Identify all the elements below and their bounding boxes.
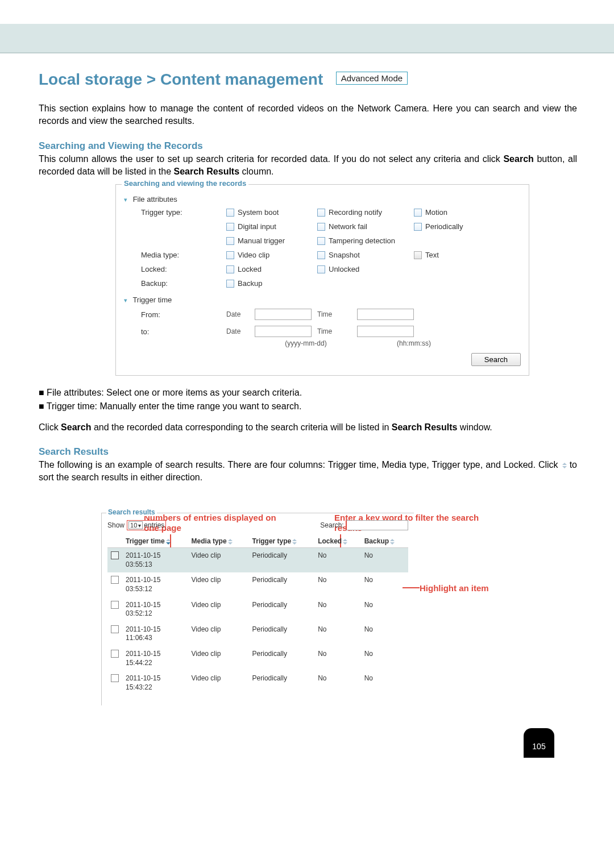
cell-trigger-type: Periodically bbox=[249, 646, 315, 671]
bullet-trigger-time: Trigger time: Manually enter the time ra… bbox=[47, 401, 302, 411]
table-row[interactable]: 2011-10-1503:55:13Video clipPeriodically… bbox=[107, 548, 408, 573]
sort-icon bbox=[228, 539, 233, 545]
backup-label: Backup: bbox=[141, 279, 226, 288]
checkbox-network-fail[interactable]: Network fail bbox=[317, 222, 414, 231]
time-format-hint: (hh:mm:ss) bbox=[357, 339, 471, 347]
sort-desc-icon bbox=[166, 539, 171, 545]
cell-locked: No bbox=[314, 572, 361, 597]
checkbox-periodically[interactable]: Periodically bbox=[414, 222, 499, 231]
locked-label: Locked: bbox=[141, 265, 226, 273]
search-button[interactable]: Search bbox=[471, 353, 521, 366]
sort-icon bbox=[343, 539, 347, 545]
to-time-input[interactable] bbox=[357, 326, 414, 337]
media-type-label: Media type: bbox=[141, 251, 226, 259]
row-checkbox[interactable] bbox=[111, 650, 119, 658]
checkbox-snapshot[interactable]: Snapshot bbox=[317, 251, 414, 259]
entries-select[interactable]: 10 ▾ bbox=[128, 521, 143, 529]
dropdown-icon: ▾ bbox=[138, 522, 141, 529]
checkbox-recording-notify[interactable]: Recording notify bbox=[317, 208, 414, 217]
trigger-time-label-hdr: Trigger time bbox=[132, 296, 172, 304]
time-label: Time bbox=[317, 327, 357, 335]
checkbox-digital-input[interactable]: Digital input bbox=[226, 222, 317, 231]
table-row[interactable]: 2011-10-1511:06:43Video clipPeriodically… bbox=[107, 622, 408, 646]
page-title: Local storage > Content management bbox=[39, 70, 323, 89]
chevron-down-icon: ▾ bbox=[124, 297, 127, 304]
cell-locked: No bbox=[314, 548, 361, 573]
cell-trigger-time: 2011-10-1511:06:43 bbox=[122, 622, 188, 646]
cell-media-type: Video clip bbox=[188, 671, 249, 695]
cell-locked: No bbox=[314, 646, 361, 671]
checkbox-text[interactable]: Text bbox=[414, 251, 499, 259]
to-label: to: bbox=[141, 327, 226, 336]
cell-trigger-type: Periodically bbox=[249, 671, 315, 695]
cell-trigger-time: 2011-10-1503:52:12 bbox=[122, 597, 188, 622]
date-label: Date bbox=[226, 327, 255, 335]
cell-trigger-time: 2011-10-1503:53:12 bbox=[122, 572, 188, 597]
checkbox-unlocked[interactable]: Unlocked bbox=[317, 265, 414, 273]
intro-text: This section explains how to manage the … bbox=[39, 102, 577, 127]
cell-backup: No bbox=[361, 622, 408, 646]
checkbox-system-boot[interactable]: System boot bbox=[226, 208, 317, 217]
col-trigger-time[interactable]: Trigger time bbox=[122, 535, 188, 548]
after-search-text: Click Search and the recorded data corre… bbox=[39, 421, 577, 434]
table-row[interactable]: 2011-10-1503:52:12Video clipPeriodically… bbox=[107, 597, 408, 622]
search-criteria-panel: Searching and viewing the records ▾ File… bbox=[115, 184, 529, 376]
search-filter-input[interactable] bbox=[346, 520, 408, 530]
col-locked[interactable]: Locked bbox=[314, 535, 361, 548]
trigger-type-label: Trigger type: bbox=[141, 208, 226, 217]
bullet-list: ■ File attributes: Select one or more it… bbox=[39, 386, 577, 413]
file-attributes-label: File attributes bbox=[133, 195, 177, 203]
cell-trigger-type: Periodically bbox=[249, 622, 315, 646]
checkbox-manual-trigger[interactable]: Manual trigger bbox=[226, 236, 317, 245]
col-media-type[interactable]: Media type bbox=[188, 535, 249, 548]
searching-section-desc: This column allows the user to set up se… bbox=[39, 153, 577, 177]
trigger-time-group[interactable]: ▾ Trigger time bbox=[124, 296, 521, 304]
cell-media-type: Video clip bbox=[188, 646, 249, 671]
annotation-highlight: Highlight an item bbox=[420, 583, 489, 593]
table-row[interactable]: 2011-10-1515:43:22Video clipPeriodically… bbox=[107, 671, 408, 695]
checkbox-locked[interactable]: Locked bbox=[226, 265, 317, 273]
cell-locked: No bbox=[314, 671, 361, 695]
checkbox-video-clip[interactable]: Video clip bbox=[226, 251, 317, 259]
bullet-file-attributes: File attributes: Select one or more item… bbox=[47, 388, 302, 397]
checkbox-tampering[interactable]: Tampering detection bbox=[317, 236, 414, 245]
page-header-bar bbox=[0, 24, 614, 53]
sort-icon bbox=[562, 463, 567, 468]
row-checkbox[interactable] bbox=[111, 576, 119, 584]
table-row[interactable]: 2011-10-1503:53:12Video clipPeriodically… bbox=[107, 572, 408, 597]
cell-trigger-time: 2011-10-1515:44:22 bbox=[122, 646, 188, 671]
from-time-input[interactable] bbox=[357, 309, 414, 320]
cell-media-type: Video clip bbox=[188, 572, 249, 597]
cell-backup: No bbox=[361, 646, 408, 671]
cell-media-type: Video clip bbox=[188, 622, 249, 646]
show-label: Show bbox=[107, 521, 125, 529]
entries-label: entries bbox=[144, 521, 164, 529]
sort-icon bbox=[292, 539, 297, 545]
col-trigger-type[interactable]: Trigger type bbox=[249, 535, 315, 548]
row-checkbox[interactable] bbox=[111, 551, 119, 559]
row-checkbox[interactable] bbox=[111, 625, 119, 633]
chevron-down-icon: ▾ bbox=[124, 196, 127, 203]
results-section-title: Search Results bbox=[39, 446, 577, 458]
results-panel-legend: Search results bbox=[106, 508, 157, 516]
cell-trigger-type: Periodically bbox=[249, 548, 315, 573]
to-date-input[interactable] bbox=[255, 326, 312, 337]
results-table: Trigger time Media type Trigger type Loc… bbox=[107, 535, 408, 695]
file-attributes-group[interactable]: ▾ File attributes bbox=[124, 195, 521, 203]
cell-trigger-type: Periodically bbox=[249, 572, 315, 597]
checkbox-motion[interactable]: Motion bbox=[414, 208, 499, 217]
cell-backup: No bbox=[361, 671, 408, 695]
row-checkbox[interactable] bbox=[111, 601, 119, 609]
cell-trigger-time: 2011-10-1515:43:22 bbox=[122, 671, 188, 695]
date-label: Date bbox=[226, 310, 255, 318]
table-row[interactable]: 2011-10-1515:44:22Video clipPeriodically… bbox=[107, 646, 408, 671]
cell-media-type: Video clip bbox=[188, 548, 249, 573]
from-date-input[interactable] bbox=[255, 309, 312, 320]
checkbox-backup[interactable]: Backup bbox=[226, 279, 317, 288]
date-format-hint: (yyyy-mm-dd) bbox=[255, 339, 357, 347]
cell-trigger-type: Periodically bbox=[249, 597, 315, 622]
from-label: From: bbox=[141, 310, 226, 319]
col-backup[interactable]: Backup bbox=[361, 535, 408, 548]
cell-backup: No bbox=[361, 572, 408, 597]
row-checkbox[interactable] bbox=[111, 674, 119, 682]
